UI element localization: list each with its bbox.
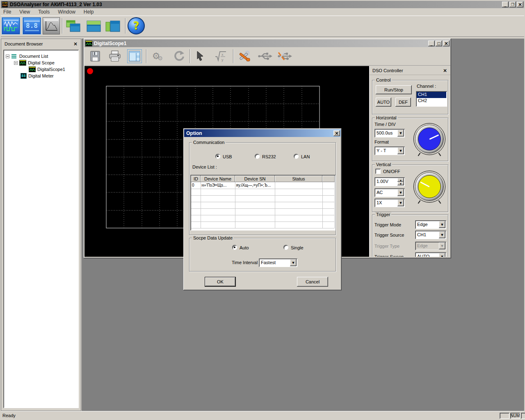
ok-button[interactable]: OK bbox=[205, 277, 236, 287]
menu-view[interactable]: View bbox=[15, 9, 34, 15]
print-button[interactable] bbox=[107, 49, 122, 63]
vertical-knob[interactable] bbox=[413, 171, 445, 203]
device-table-empty-row bbox=[191, 189, 335, 195]
rs232-radio-label[interactable]: RS232 bbox=[262, 154, 276, 159]
minimize-button[interactable]: _ bbox=[502, 2, 509, 7]
menu-file[interactable]: File bbox=[1, 9, 15, 15]
volts-spinner[interactable]: 1.00V ▲ ▼ bbox=[374, 177, 405, 186]
scope-minimize-button[interactable]: _ bbox=[428, 41, 435, 46]
rs232-radio[interactable] bbox=[255, 154, 260, 159]
trigger-sweep-combo[interactable]: AUTO ▼ bbox=[415, 252, 446, 257]
trigger-mode-combo[interactable]: Edge ▼ bbox=[415, 220, 446, 229]
coupling-combo[interactable]: AC ▼ bbox=[374, 188, 405, 197]
cancel-button[interactable]: Cancel bbox=[297, 277, 328, 287]
def-button[interactable]: DEF bbox=[395, 98, 411, 107]
chevron-down-icon[interactable]: ▼ bbox=[439, 221, 445, 228]
waveform-icon bbox=[3, 19, 19, 32]
col-header-device-name[interactable]: Device Name bbox=[201, 176, 235, 182]
lan-radio[interactable] bbox=[294, 154, 299, 159]
lan-radio-label[interactable]: LAN bbox=[301, 154, 310, 159]
collapse-icon[interactable] bbox=[14, 61, 18, 65]
single-radio-label[interactable]: Single bbox=[291, 245, 304, 250]
tools-button[interactable] bbox=[236, 49, 252, 63]
settings-button[interactable]: ⚙ ⚙ bbox=[149, 49, 166, 63]
menu-window[interactable]: Window bbox=[54, 9, 80, 15]
device-table-row[interactable]: 0 н»'ПsЭ=Щs... яу.iХщ—,=уП+;Ъ... bbox=[191, 182, 335, 189]
option-close-button[interactable]: × bbox=[333, 130, 340, 136]
channel-listbox[interactable]: CH1 CH2 bbox=[416, 91, 447, 107]
tree-item-digitalscope1[interactable]: DigitalScope1 bbox=[29, 66, 65, 73]
horizontal-legend: Horizontal bbox=[375, 115, 398, 120]
help-button[interactable]: ? bbox=[128, 17, 145, 34]
time-interval-combo[interactable]: Fastest ▼ bbox=[259, 258, 297, 267]
channel-option-ch2[interactable]: CH2 bbox=[417, 98, 446, 104]
trigger-source-combo[interactable]: CH1 ▼ bbox=[415, 231, 446, 239]
horizontal-knob[interactable] bbox=[413, 123, 445, 155]
onoff-checkbox[interactable] bbox=[375, 169, 381, 174]
status-indicator-scrl bbox=[521, 413, 525, 419]
tree-item-digital-scope[interactable]: Digital Scope bbox=[14, 59, 55, 66]
auto-button[interactable]: AUTO bbox=[376, 98, 391, 107]
spectrum-chart-button[interactable] bbox=[43, 17, 60, 34]
auto-radio-label[interactable]: Auto bbox=[240, 245, 249, 250]
refresh-button[interactable] bbox=[171, 49, 186, 63]
col-header-status[interactable]: Status bbox=[275, 176, 322, 182]
chevron-down-icon[interactable]: ▼ bbox=[439, 231, 445, 238]
option-dialog-title: Option bbox=[186, 130, 202, 136]
status-bar: Ready NUM bbox=[1, 411, 524, 419]
spin-up-icon[interactable]: ▲ bbox=[397, 178, 404, 182]
tile-horizontal-button[interactable] bbox=[85, 18, 103, 34]
tree-item-document-list[interactable]: Document List bbox=[6, 53, 48, 59]
spin-down-icon[interactable]: ▼ bbox=[397, 182, 404, 185]
run-stop-button[interactable]: Run/Stop bbox=[376, 85, 412, 94]
chevron-down-icon[interactable]: ▼ bbox=[290, 259, 297, 266]
usb-radio-label[interactable]: USB bbox=[223, 154, 232, 159]
chevron-down-icon[interactable]: ▼ bbox=[397, 147, 404, 154]
chevron-down-icon[interactable]: ▼ bbox=[397, 130, 404, 137]
panel-view-button[interactable] bbox=[127, 49, 142, 63]
channel-option-ch1[interactable]: CH1 bbox=[417, 92, 446, 98]
scope-maximize-button[interactable]: □ bbox=[436, 41, 442, 46]
device-list-table[interactable]: ID Device Name Device SN Status 0 н»'ПsЭ… bbox=[190, 175, 336, 231]
digital-scope-button[interactable] bbox=[2, 17, 20, 34]
chevron-down-icon[interactable]: ▼ bbox=[397, 199, 404, 206]
cascade-windows-button[interactable] bbox=[65, 18, 82, 34]
usb-disconnect-button[interactable] bbox=[276, 50, 293, 62]
panel-title: Document Browser bbox=[5, 41, 43, 46]
close-button[interactable]: × bbox=[517, 2, 523, 7]
chevron-down-icon[interactable]: ▼ bbox=[397, 189, 404, 196]
probe-combo[interactable]: 1X ▼ bbox=[374, 199, 405, 207]
single-radio[interactable] bbox=[283, 245, 288, 250]
digital-meter-button[interactable]: 8.8 bbox=[23, 17, 41, 34]
tools-icon bbox=[237, 50, 251, 62]
usb-connect-button[interactable] bbox=[257, 50, 273, 62]
scope-window-title-bar: DigitalScope1 _ □ × bbox=[84, 39, 450, 47]
menu-tools[interactable]: Tools bbox=[34, 9, 54, 15]
col-header-id[interactable]: ID bbox=[191, 176, 201, 182]
chevron-down-icon[interactable]: ▼ bbox=[439, 253, 445, 257]
format-combo[interactable]: Y - T ▼ bbox=[374, 146, 405, 155]
time-div-combo[interactable]: 500.0us ▼ bbox=[374, 129, 405, 137]
col-header-device-sn[interactable]: Device SN bbox=[235, 176, 275, 182]
toolbar-separator bbox=[233, 49, 234, 63]
menu-help[interactable]: Help bbox=[80, 9, 98, 15]
dso-controller-title: DSO Controller bbox=[372, 68, 403, 73]
auto-radio[interactable] bbox=[232, 245, 237, 250]
collapse-icon[interactable] bbox=[6, 55, 9, 58]
scope-window-title: DigitalScope1 bbox=[94, 41, 126, 46]
restore-button[interactable]: ❐ bbox=[509, 2, 516, 7]
close-icon[interactable]: × bbox=[443, 68, 447, 73]
scope-close-button[interactable]: × bbox=[443, 41, 450, 46]
trigger-legend: Trigger bbox=[375, 212, 391, 217]
tree-item-digital-meter[interactable]: 88 Digital Meter bbox=[21, 73, 54, 79]
math-button[interactable]: x y bbox=[213, 49, 228, 63]
save-button[interactable] bbox=[88, 49, 103, 63]
scope-icon bbox=[29, 66, 36, 72]
cursor-button[interactable] bbox=[193, 49, 208, 63]
main-toolbar: 8.8 ? bbox=[1, 16, 524, 37]
tile-vertical-button[interactable] bbox=[104, 18, 121, 34]
usb-radio[interactable] bbox=[215, 154, 220, 159]
app-icon bbox=[2, 1, 8, 8]
save-icon bbox=[89, 50, 101, 62]
close-icon[interactable]: × bbox=[73, 41, 78, 47]
